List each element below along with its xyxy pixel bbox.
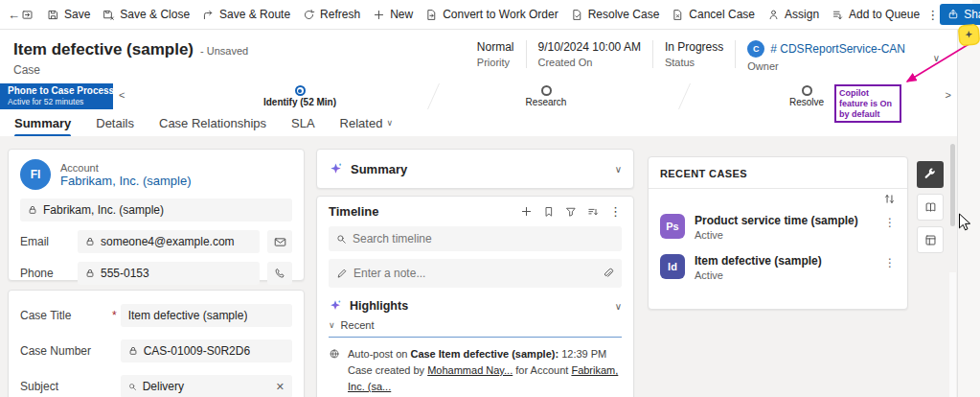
recent-group-label: Recent [341, 319, 375, 331]
cancel-case-button[interactable]: Cancel Case [666, 3, 761, 26]
status-value: In Progress [665, 40, 723, 54]
save-icon [47, 9, 59, 21]
phone-field[interactable]: 555-0153 [78, 262, 260, 285]
resolve-case-button[interactable]: Resolve Case [565, 3, 666, 26]
phone-icon [274, 268, 285, 279]
tab-related[interactable]: Related∨ [340, 116, 393, 130]
record-header: Item defective (sample) - Unsaved Case N… [0, 30, 957, 83]
toolbox-button[interactable] [917, 161, 944, 188]
scrollbar-thumb[interactable] [950, 144, 955, 226]
required-asterisk: * [112, 309, 117, 322]
note-input[interactable] [353, 267, 597, 280]
bpf-separator [427, 83, 440, 109]
page-title: Item defective (sample) [13, 40, 194, 59]
owner-value[interactable]: # CDSReportService-CAN [770, 42, 905, 56]
case-title-label: Case Title [20, 309, 112, 322]
focused-view-button[interactable] [21, 3, 34, 26]
timeline-filter-button[interactable] [565, 206, 577, 218]
post-prefix: Auto-post on [348, 348, 407, 360]
priority-field[interactable]: Normal Priority [466, 40, 527, 68]
bpf-separator [678, 83, 691, 109]
timeline-bookmark-button[interactable] [543, 206, 555, 218]
timeline-sort-button[interactable] [587, 206, 599, 218]
phone-label: Phone [20, 267, 70, 280]
priority-value: Normal [477, 40, 514, 54]
post-line2-prefix: Case created by [348, 364, 424, 376]
recent-case-status: Active [695, 269, 875, 281]
form-tabs: Summary Details Case Relationships SLA R… [0, 109, 957, 136]
dynamics-case-screen: ← Save Save & Close Save & Route Refresh… [0, 0, 980, 397]
header-collapse-chevron-icon[interactable]: ∨ [933, 53, 940, 63]
paperclip-icon[interactable] [603, 268, 614, 279]
collapse-highlights-chevron-icon[interactable]: ∨ [615, 301, 622, 312]
clear-subject-icon[interactable]: ✕ [276, 381, 285, 393]
new-button[interactable]: New [367, 3, 419, 26]
more-commands-button[interactable]: ⋮ [926, 3, 939, 26]
bpf-scroll-right-icon[interactable]: > [946, 89, 951, 101]
row-more-icon[interactable]: ⋮ [884, 254, 896, 269]
timeline-search-box[interactable] [329, 226, 622, 251]
bpf-stage-active-dot [295, 85, 306, 96]
send-email-button[interactable] [267, 230, 292, 253]
case-avatar: Ps [660, 214, 685, 239]
bpf-scroll-left-icon[interactable]: < [119, 89, 125, 101]
assign-icon [767, 9, 780, 21]
case-title-field[interactable]: Item defective (sample) [121, 304, 292, 327]
recent-case-title[interactable]: Item defective (sample) [695, 254, 875, 268]
form-assistant-button[interactable] [917, 226, 944, 253]
subject-field[interactable]: ✕ [121, 375, 292, 397]
collapse-summary-chevron-icon[interactable]: ∨ [615, 164, 622, 175]
plus-icon [373, 9, 385, 21]
share-button[interactable]: Share ∨ [940, 4, 980, 25]
lock-icon [28, 205, 37, 215]
tab-summary[interactable]: Summary [14, 116, 71, 130]
save-and-route-button[interactable]: Save & Route [196, 3, 296, 26]
recent-case-row[interactable]: Id Item defective (sample) Active ⋮ [649, 247, 907, 288]
timeline-add-button[interactable] [520, 205, 533, 218]
note-entry-box[interactable] [329, 259, 622, 288]
assign-button[interactable]: Assign [762, 3, 825, 26]
bpf-process-box[interactable]: Phone to Case Process Active for 52 minu… [0, 83, 113, 109]
back-button[interactable]: ← [8, 3, 20, 26]
wrench-icon [923, 168, 937, 181]
account-company-field[interactable]: Fabrikam, Inc. (sample) [20, 198, 292, 222]
tab-sla[interactable]: SLA [291, 116, 315, 130]
case-number-field[interactable]: CAS-01009-S0R2D6 [121, 339, 292, 362]
bpf-stage-identify[interactable]: Identify (52 Min) [223, 85, 376, 107]
account-avatar: FI [20, 159, 51, 190]
refresh-button[interactable]: Refresh [297, 3, 366, 26]
timeline-search-input[interactable] [353, 232, 614, 245]
tab-details[interactable]: Details [96, 116, 134, 130]
recent-group-toggle[interactable]: ∨ Recent [329, 317, 622, 338]
sort-icon [587, 206, 599, 218]
copilot-toggle-highlighted[interactable] [959, 25, 979, 45]
bpf-stage-research[interactable]: Research [469, 85, 623, 107]
email-field[interactable]: someone4@example.com [78, 230, 260, 253]
sort-updown-icon[interactable] [883, 193, 896, 205]
knowledge-search-button[interactable] [917, 194, 944, 221]
resolve-icon [571, 9, 583, 21]
scrollbar-track[interactable] [949, 272, 956, 397]
post-author-link[interactable]: Mohammad Nay... [427, 364, 513, 376]
subject-input[interactable] [143, 380, 270, 393]
tab-case-relationships[interactable]: Case Relationships [159, 116, 266, 130]
share-icon [947, 9, 959, 20]
email-label: Email [20, 235, 70, 248]
row-more-icon[interactable]: ⋮ [884, 214, 896, 229]
recent-case-row[interactable]: Ps Product service time (sample) Active … [649, 207, 907, 247]
convert-to-work-order-button[interactable]: Convert to Work Order [420, 3, 563, 26]
add-to-queue-button[interactable]: Add to Queue [826, 3, 925, 26]
timeline-post[interactable]: Auto-post on Case Item defective (sample… [329, 338, 622, 395]
status-field[interactable]: In Progress Status [653, 40, 736, 68]
header-fields: Normal Priority 9/10/2024 10:00 AM Creat… [466, 40, 917, 72]
timeline-more-icon[interactable]: ⋮ [609, 204, 622, 219]
recent-case-title[interactable]: Product service time (sample) [695, 214, 875, 227]
call-phone-button[interactable] [267, 262, 292, 285]
mail-icon [274, 236, 286, 248]
owner-field[interactable]: C # CDSReportService-CAN Owner [736, 40, 917, 72]
created-on-field[interactable]: 9/10/2024 10:00 AM Created On [527, 40, 653, 68]
convert-icon [425, 9, 438, 21]
save-and-close-button[interactable]: Save & Close [97, 3, 195, 26]
account-link[interactable]: Fabrikam, Inc. (sample) [60, 174, 192, 188]
save-button[interactable]: Save [41, 3, 96, 26]
